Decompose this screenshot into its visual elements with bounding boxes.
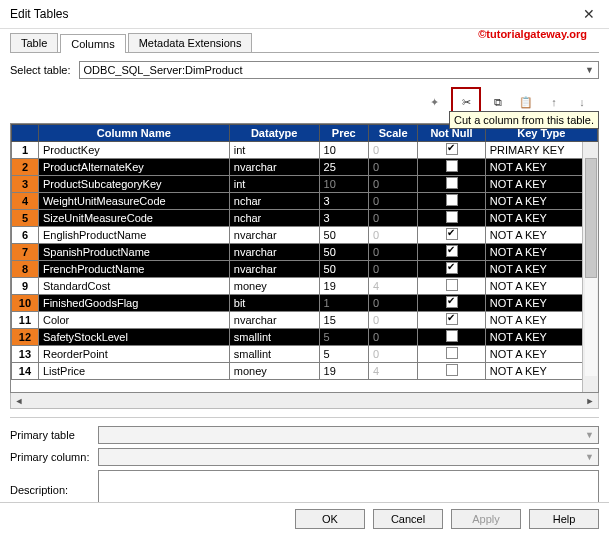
cell-datatype[interactable]: nvarchar [229, 261, 319, 278]
checkbox-icon[interactable] [446, 245, 458, 257]
cell-prec[interactable]: 50 [319, 227, 368, 244]
cell-prec[interactable]: 1 [319, 295, 368, 312]
cell-scale[interactable]: 0 [368, 244, 417, 261]
header-column-name[interactable]: Column Name [38, 125, 229, 142]
cell-name[interactable]: Color [38, 312, 229, 329]
cell-keytype[interactable]: NOT A KEY [485, 312, 597, 329]
cell-notnull[interactable] [418, 295, 485, 312]
cell-notnull[interactable] [418, 312, 485, 329]
cell-datatype[interactable]: bit [229, 295, 319, 312]
cell-datatype[interactable]: nvarchar [229, 244, 319, 261]
table-row[interactable]: 2ProductAlternateKeynvarchar250NOT A KEY [12, 159, 598, 176]
cell-notnull[interactable] [418, 346, 485, 363]
cell-keytype[interactable]: NOT A KEY [485, 329, 597, 346]
cancel-button[interactable]: Cancel [373, 509, 443, 529]
cell-notnull[interactable] [418, 329, 485, 346]
checkbox-icon[interactable] [446, 347, 458, 359]
cell-prec[interactable]: 19 [319, 363, 368, 380]
cell-name[interactable]: ProductKey [38, 142, 229, 159]
cell-datatype[interactable]: smallint [229, 346, 319, 363]
vertical-scrollbar[interactable] [582, 142, 598, 392]
cell-notnull[interactable] [418, 193, 485, 210]
checkbox-icon[interactable] [446, 330, 458, 342]
row-number[interactable]: 2 [12, 159, 39, 176]
cell-scale[interactable]: 0 [368, 176, 417, 193]
cell-datatype[interactable]: nvarchar [229, 227, 319, 244]
cell-prec[interactable]: 25 [319, 159, 368, 176]
checkbox-icon[interactable] [446, 279, 458, 291]
cell-scale[interactable]: 0 [368, 227, 417, 244]
cell-datatype[interactable]: smallint [229, 329, 319, 346]
cell-datatype[interactable]: nchar [229, 193, 319, 210]
help-button[interactable]: Help [529, 509, 599, 529]
table-row[interactable]: 1ProductKeyint100PRIMARY KEY [12, 142, 598, 159]
cell-name[interactable]: ProductAlternateKey [38, 159, 229, 176]
scroll-left-icon[interactable]: ◄ [11, 396, 27, 406]
checkbox-icon[interactable] [446, 177, 458, 189]
cell-prec[interactable]: 5 [319, 329, 368, 346]
row-number[interactable]: 13 [12, 346, 39, 363]
cell-keytype[interactable]: NOT A KEY [485, 346, 597, 363]
cell-notnull[interactable] [418, 159, 485, 176]
cell-notnull[interactable] [418, 176, 485, 193]
cell-name[interactable]: StandardCost [38, 278, 229, 295]
cell-keytype[interactable]: NOT A KEY [485, 295, 597, 312]
table-row[interactable]: 7SpanishProductNamenvarchar500NOT A KEY [12, 244, 598, 261]
checkbox-icon[interactable] [446, 211, 458, 223]
cell-scale[interactable]: 0 [368, 210, 417, 227]
cell-datatype[interactable]: nchar [229, 210, 319, 227]
table-row[interactable]: 6EnglishProductNamenvarchar500NOT A KEY [12, 227, 598, 244]
row-number[interactable]: 12 [12, 329, 39, 346]
cell-datatype[interactable]: money [229, 278, 319, 295]
cell-keytype[interactable]: NOT A KEY [485, 363, 597, 380]
cell-datatype[interactable]: money [229, 363, 319, 380]
cell-scale[interactable]: 0 [368, 312, 417, 329]
row-number[interactable]: 6 [12, 227, 39, 244]
table-row[interactable]: 5SizeUnitMeasureCodenchar30NOT A KEY [12, 210, 598, 227]
cell-keytype[interactable]: NOT A KEY [485, 244, 597, 261]
cell-prec[interactable]: 50 [319, 244, 368, 261]
row-number[interactable]: 8 [12, 261, 39, 278]
cell-scale[interactable]: 4 [368, 363, 417, 380]
cell-datatype[interactable]: nvarchar [229, 312, 319, 329]
cell-prec[interactable]: 3 [319, 210, 368, 227]
cell-name[interactable]: WeightUnitMeasureCode [38, 193, 229, 210]
cell-scale[interactable]: 0 [368, 159, 417, 176]
row-number[interactable]: 9 [12, 278, 39, 295]
cell-name[interactable]: SafetyStockLevel [38, 329, 229, 346]
cell-notnull[interactable] [418, 278, 485, 295]
cell-keytype[interactable]: NOT A KEY [485, 278, 597, 295]
cell-prec[interactable]: 15 [319, 312, 368, 329]
cell-scale[interactable]: 0 [368, 261, 417, 278]
checkbox-icon[interactable] [446, 364, 458, 376]
checkbox-icon[interactable] [446, 143, 458, 155]
table-row[interactable]: 12SafetyStockLevelsmallint50NOT A KEY [12, 329, 598, 346]
checkbox-icon[interactable] [446, 194, 458, 206]
copy-icon[interactable]: ⧉ [487, 91, 509, 113]
cell-prec[interactable]: 19 [319, 278, 368, 295]
cell-notnull[interactable] [418, 244, 485, 261]
checkbox-icon[interactable] [446, 313, 458, 325]
row-number[interactable]: 4 [12, 193, 39, 210]
cell-keytype[interactable]: PRIMARY KEY [485, 142, 597, 159]
scroll-right-icon[interactable]: ► [582, 396, 598, 406]
cell-notnull[interactable] [418, 210, 485, 227]
cell-keytype[interactable]: NOT A KEY [485, 210, 597, 227]
tab-columns[interactable]: Columns [60, 34, 125, 53]
cell-name[interactable]: ReorderPoint [38, 346, 229, 363]
cell-prec[interactable]: 3 [319, 193, 368, 210]
header-prec[interactable]: Prec [319, 125, 368, 142]
cell-name[interactable]: EnglishProductName [38, 227, 229, 244]
row-number[interactable]: 11 [12, 312, 39, 329]
cell-name[interactable]: SizeUnitMeasureCode [38, 210, 229, 227]
primary-table-dropdown[interactable]: ▼ [98, 426, 599, 444]
cell-datatype[interactable]: nvarchar [229, 159, 319, 176]
cell-keytype[interactable]: NOT A KEY [485, 227, 597, 244]
header-datatype[interactable]: Datatype [229, 125, 319, 142]
checkbox-icon[interactable] [446, 228, 458, 240]
tab-metadata[interactable]: Metadata Extensions [128, 33, 253, 52]
header-scale[interactable]: Scale [368, 125, 417, 142]
cell-datatype[interactable]: int [229, 142, 319, 159]
ok-button[interactable]: OK [295, 509, 365, 529]
checkbox-icon[interactable] [446, 160, 458, 172]
